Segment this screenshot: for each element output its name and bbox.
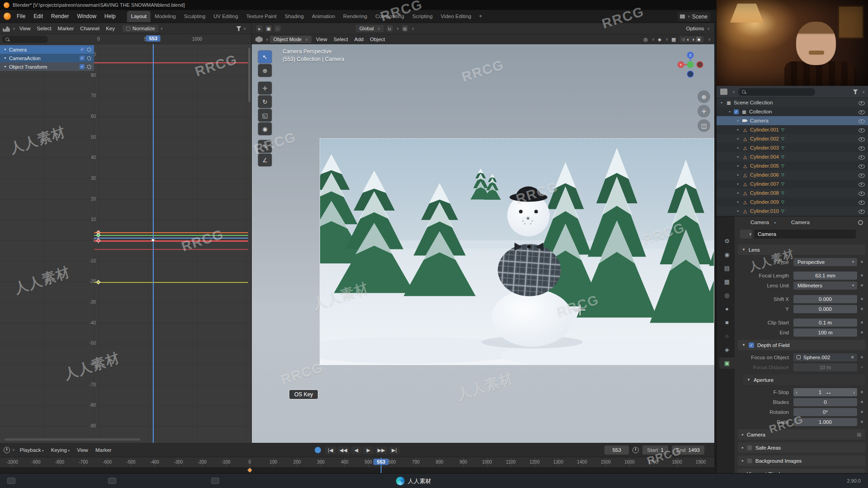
properties-tab[interactable]: ◎ <box>719 290 735 301</box>
filter-funnel-icon[interactable] <box>236 26 241 31</box>
viewport-menu[interactable]: Select <box>330 36 351 43</box>
normalize-toggle[interactable]: Normalize <box>123 25 159 32</box>
outliner-row[interactable]: ▸ Cylinder.005 ▽ <box>717 161 868 170</box>
workspace-tab[interactable]: Video Editing <box>437 11 476 22</box>
disclosure-triangle-icon[interactable]: ▸ <box>737 146 742 150</box>
shading-wireframe-icon[interactable]: ○ <box>682 37 685 42</box>
animate-dot-icon[interactable] <box>861 274 863 277</box>
properties-tab[interactable]: ▦ <box>719 276 735 287</box>
collapsed-section-header[interactable]: ▸ Camera ▤ <box>738 429 865 440</box>
graph-editor-type-icon[interactable] <box>3 25 10 32</box>
properties-tab[interactable]: ■ <box>719 317 735 328</box>
end-frame-field[interactable]: End 1493 <box>672 446 704 455</box>
transform-orientation-dropdown[interactable]: Global ∨ <box>356 25 384 32</box>
camera-view-toggle-icon[interactable]: ◫ <box>698 119 710 132</box>
id-browse-button[interactable]: ∨ <box>740 230 752 239</box>
outliner-row[interactable]: ▸ ✓ Collection <box>717 107 868 116</box>
properties-tab[interactable]: ● <box>719 303 735 314</box>
disclosure-triangle-icon[interactable]: ▸ <box>737 119 742 122</box>
current-frame-field[interactable]: 553 <box>604 446 629 455</box>
channel-enable-checkbox[interactable]: ✓ <box>80 47 85 52</box>
move-tool[interactable]: ✛ <box>258 82 272 94</box>
show-gizmo-icon[interactable]: ◎ <box>643 37 648 42</box>
navigation-gizmo[interactable]: Z X <box>676 51 704 80</box>
transport-button[interactable]: ▶| <box>389 446 400 454</box>
rotation-field[interactable]: 0° <box>793 408 857 416</box>
workspace-tab[interactable]: Texture Paint <box>242 11 281 22</box>
select-mode-icon[interactable]: ▣ <box>265 25 272 32</box>
workspace-tab[interactable]: Sculpting <box>180 11 209 22</box>
disclosure-triangle-icon[interactable]: ▸ <box>737 191 742 195</box>
visibility-eye-icon[interactable] <box>859 190 865 196</box>
timeline-current-frame-badge[interactable]: 553 <box>373 459 389 465</box>
lens-unit-dropdown[interactable]: Millimeters ▾ <box>793 282 857 290</box>
animate-dot-icon[interactable] <box>861 298 863 300</box>
viewport-menu[interactable]: Object <box>367 36 388 43</box>
options-dropdown[interactable]: Options ∨ <box>686 26 710 31</box>
workspace-tab[interactable]: UV Editing <box>209 11 242 22</box>
collection-checkbox[interactable]: ✓ <box>734 109 739 114</box>
workspace-tab[interactable]: Modeling <box>151 11 180 22</box>
collapsed-section-header[interactable]: ▸ Background Images <box>738 455 865 466</box>
collapsed-section-header[interactable]: ▸ Safe Areas <box>738 442 865 453</box>
properties-tab[interactable]: ◉ <box>719 249 735 260</box>
channel-enable-checkbox[interactable]: ✓ <box>80 56 85 61</box>
outliner-row[interactable]: ▸ Cylinder.007 ▽ <box>717 179 868 188</box>
increment-arrow-icon[interactable]: › <box>853 389 855 395</box>
clear-icon[interactable]: × <box>851 354 854 361</box>
viewport-3d[interactable]: ∨ Object Mode ∨ ViewSelectAddObject ◎ ∨ … <box>252 34 714 443</box>
proportional-editing-icon[interactable]: ◎ <box>402 25 408 32</box>
outliner-row[interactable]: ▸ Cylinder.008 ▽ <box>717 188 868 197</box>
channel-row[interactable]: ▼ CameraAction ✓ <box>0 54 94 62</box>
graph-horizontal-scrollbar[interactable] <box>5 438 140 441</box>
animate-dot-icon[interactable] <box>861 411 863 413</box>
transport-button[interactable]: ◀◀ <box>337 446 349 454</box>
viewport-menu[interactable]: View <box>313 36 330 43</box>
shift-x-field[interactable]: 0.000 <box>793 295 857 303</box>
clip-end-field[interactable]: 100 m <box>793 328 857 337</box>
outliner-row[interactable]: ▸ Cylinder.001 ▽ <box>717 125 868 134</box>
pin-icon[interactable] <box>858 220 863 225</box>
start-frame-field[interactable]: Start 1 <box>642 446 668 455</box>
zoom-view-icon[interactable]: ⊕ <box>698 90 710 103</box>
section-checkbox[interactable] <box>747 458 752 464</box>
animate-dot-icon[interactable] <box>861 366 863 368</box>
id-name-field[interactable]: Camera <box>754 230 856 239</box>
camera-view-frame[interactable] <box>320 138 714 365</box>
visibility-eye-icon[interactable] <box>859 127 865 133</box>
graph-playhead-line[interactable] <box>153 44 154 443</box>
blades-field[interactable]: 0 <box>793 398 857 406</box>
timeline-menu[interactable]: Playback <box>16 446 47 454</box>
subsection-aperture[interactable]: ▼ Aperture <box>743 375 865 385</box>
timeline-menu[interactable]: View <box>73 446 92 454</box>
workspace-tab[interactable]: Scripting <box>408 11 437 22</box>
focal-length-field[interactable]: 63.1 mm <box>793 272 857 280</box>
auto-key-icon[interactable] <box>315 447 321 453</box>
channel-row[interactable]: ▼ Camera ✓ <box>0 45 94 54</box>
menubar-menu[interactable]: Help <box>100 11 120 21</box>
disclosure-triangle-icon[interactable]: ▸ <box>737 200 742 204</box>
blender-logo-icon[interactable] <box>4 13 11 20</box>
outliner-filter-icon[interactable] <box>853 89 858 94</box>
scale-tool[interactable]: ◱ <box>258 109 272 122</box>
select-box-tool[interactable]: ↖ <box>258 51 272 63</box>
disclosure-triangle-icon[interactable]: ▸ <box>729 110 734 113</box>
graph-editor-menu[interactable]: Channel <box>77 24 103 33</box>
decrement-arrow-icon[interactable]: ‹ <box>796 389 797 395</box>
tweak-tool-icon[interactable]: ▸ <box>256 25 263 32</box>
visibility-eye-icon[interactable] <box>859 100 865 106</box>
disclosure-triangle-icon[interactable]: ▸ <box>737 173 742 177</box>
animate-dot-icon[interactable] <box>861 356 863 358</box>
disclosure-triangle-icon[interactable]: ▸ <box>737 155 742 159</box>
type-dropdown[interactable]: Perspective ▾ <box>793 258 857 266</box>
visibility-eye-icon[interactable] <box>859 199 865 205</box>
channel-row[interactable]: ▼ Object Transform ✓ <box>0 62 94 71</box>
graph-editor-menu[interactable]: Select <box>34 24 55 33</box>
outliner-row[interactable]: ▸ Cylinder.009 ▽ <box>717 197 868 206</box>
graph-editor-menu[interactable]: Key <box>103 24 118 33</box>
section-checkbox[interactable] <box>747 445 752 450</box>
dof-checkbox[interactable]: ✓ <box>749 343 754 348</box>
section-depth-of-field[interactable]: ▼ ✓ Depth of Field <box>738 340 865 350</box>
workspace-tab[interactable]: Animation <box>308 11 339 22</box>
section-lens[interactable]: ▼ Lens <box>738 244 865 255</box>
